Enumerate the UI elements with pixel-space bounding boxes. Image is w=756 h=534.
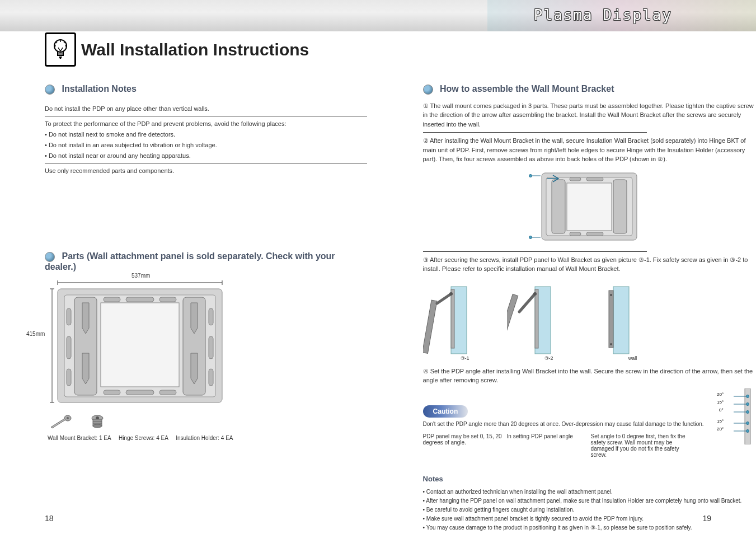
svg-rect-35 [552, 180, 565, 233]
svg-rect-14 [159, 297, 176, 302]
svg-rect-44 [586, 232, 603, 236]
holder-icon [89, 414, 106, 430]
note-item: Do not install the PDP on any place othe… [45, 101, 367, 117]
svg-rect-54 [609, 291, 613, 348]
page-number-right: 19 [702, 514, 711, 523]
parts-labels: Wall Mount Bracket: 1 EA Hinge Screws: 4… [48, 435, 367, 441]
step-3: ③ After securing the screws, install PDP… [423, 255, 756, 274]
svg-rect-51 [507, 294, 518, 349]
bullet-icon [45, 252, 55, 262]
angle-note-3: Set angle to 0 degree first, then fix th… [591, 433, 686, 458]
angle-diagrams: ③-1 ③-2 wall [423, 284, 756, 361]
notes-heading: Notes [423, 474, 756, 485]
header-bar: Plasma Display [0, 0, 756, 31]
svg-rect-13 [126, 297, 154, 302]
note-item: To protect the performance of the PDP an… [45, 116, 367, 163]
assembly-heading: How to assemble the Wall Mount Bracket [423, 84, 756, 95]
dim-height-label: 415mm [26, 331, 45, 337]
svg-rect-47 [423, 300, 437, 353]
dim-width-label: 537mm [132, 273, 150, 279]
svg-rect-42 [586, 177, 603, 181]
svg-point-31 [93, 424, 102, 428]
assembly-title: How to assemble the Wall Mount Bracket [440, 84, 614, 93]
note-item: Use only recommended parts and component… [45, 163, 367, 179]
screw-icon [48, 414, 72, 430]
svg-rect-23 [209, 369, 213, 386]
svg-rect-43 [570, 232, 581, 236]
svg-rect-21 [209, 308, 213, 325]
svg-rect-41 [570, 177, 581, 181]
install-notes-list: Do not install the PDP on any place othe… [45, 101, 367, 179]
bullet-icon [423, 85, 433, 95]
svg-rect-19 [67, 336, 71, 359]
angle-note-2: In setting PDP panel angle [507, 433, 591, 458]
step-4: ④ Set the PDP angle after installing Wal… [423, 367, 756, 385]
svg-point-25 [67, 417, 69, 419]
svg-rect-17 [159, 390, 176, 395]
header-decoration: Plasma Display [487, 0, 756, 31]
page-number-left: 18 [45, 514, 54, 523]
svg-point-39 [529, 236, 532, 238]
svg-point-56 [610, 343, 612, 345]
svg-point-58 [746, 395, 749, 397]
svg-point-55 [610, 294, 612, 296]
svg-rect-20 [67, 369, 71, 386]
svg-point-61 [746, 421, 749, 424]
svg-point-62 [746, 429, 749, 432]
svg-rect-18 [67, 308, 71, 325]
svg-rect-15 [104, 390, 120, 395]
svg-point-60 [746, 410, 749, 413]
assembly-diagram-1 [423, 167, 756, 248]
svg-rect-34 [567, 183, 612, 231]
svg-rect-36 [613, 180, 627, 233]
bracket-diagram: 537mm 415mm [48, 280, 367, 441]
step-1: ① The wall mount comes packaged in 3 par… [423, 101, 756, 129]
header-title: Plasma Display [534, 7, 672, 24]
svg-point-37 [529, 174, 532, 177]
parts-heading: Parts (Wall attachment panel is sold sep… [45, 251, 367, 272]
svg-rect-50 [535, 289, 538, 348]
bullet-icon [45, 85, 55, 95]
caution-text: Don't set the PDP angle more than 20 deg… [423, 420, 711, 429]
svg-rect-22 [209, 336, 213, 359]
svg-point-48 [449, 292, 453, 296]
svg-rect-46 [451, 289, 454, 348]
step-2: ② After installing the Wall Mount Bracke… [423, 136, 756, 164]
svg-rect-16 [126, 390, 154, 395]
svg-rect-9 [101, 303, 179, 387]
parts-title: Parts (Wall attachment panel is sold sep… [45, 251, 335, 271]
final-notes: Notes • Contact an authorized technician… [423, 474, 756, 532]
lightbulb-icon [45, 32, 76, 67]
svg-point-59 [746, 402, 749, 405]
angle-note-1: PDP panel may be set 0, 15, 20 degrees o… [423, 433, 507, 458]
install-notes-title: Installation Notes [62, 84, 136, 93]
svg-point-52 [533, 292, 537, 296]
caution-label: Caution [423, 405, 468, 418]
install-notes-heading: Installation Notes [45, 84, 367, 95]
page-title: Wall Installation Instructions [81, 40, 309, 59]
svg-rect-53 [613, 287, 629, 354]
svg-rect-12 [104, 297, 120, 302]
angle-holes-diagram: 20° 15° 0° 15° 20° [722, 388, 756, 447]
